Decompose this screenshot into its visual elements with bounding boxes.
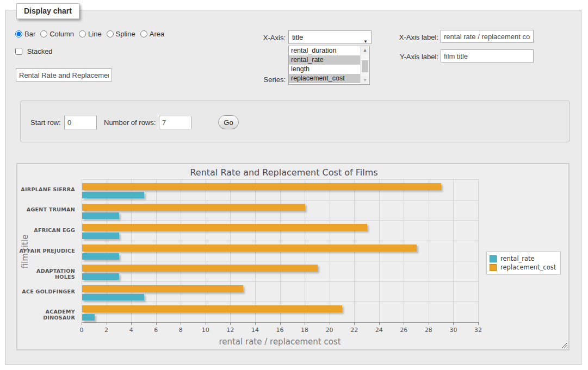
chart-bar-replacement_cost — [82, 285, 243, 292]
grid-line-horizontal — [82, 302, 478, 302]
x-tick-label: 22 — [346, 327, 362, 334]
x-axis-label-caption: X-Axis label: — [381, 33, 438, 41]
grid-line-vertical — [429, 179, 429, 322]
legend-label: rental_rate — [500, 255, 535, 262]
chart-type-label: Column — [49, 30, 74, 38]
chart-type-radio-column[interactable] — [40, 30, 47, 37]
scrollbar-thumb[interactable] — [362, 60, 368, 72]
grid-line-horizontal — [82, 220, 478, 221]
start-row-label: Start row: — [30, 118, 61, 127]
legend-label: replacement_cost — [500, 264, 556, 271]
page: Display chart BarColumnLineSplineArea St… — [0, 0, 588, 370]
x-tick-label: 20 — [321, 327, 338, 334]
number-of-rows-input[interactable] — [159, 116, 191, 129]
chart-type-bar[interactable]: Bar — [15, 30, 35, 38]
y-axis-label-input[interactable] — [441, 49, 534, 62]
x-tick-label: 16 — [272, 327, 288, 334]
chart-bar-rental_rate — [82, 233, 119, 239]
go-button[interactable]: Go — [218, 115, 239, 129]
x-tick-label: 10 — [197, 327, 214, 334]
y-axis-title: film title — [20, 214, 30, 290]
series-select-label: Series: — [234, 76, 286, 84]
x-axis-label-input[interactable] — [441, 30, 534, 43]
series-scrollbar[interactable]: ▲ ▼ — [360, 46, 369, 84]
scroll-up-icon[interactable]: ▲ — [361, 46, 369, 54]
grid-line-vertical — [478, 179, 479, 322]
start-row-input[interactable] — [64, 116, 97, 129]
chart-type-label: Line — [88, 30, 102, 38]
x-tick-label: 12 — [222, 327, 238, 334]
category-label: AIRPLANE SIERRA — [17, 186, 78, 192]
chart-bar-replacement_cost — [82, 244, 417, 252]
chart-type-radio-group: BarColumnLineSplineArea — [15, 30, 169, 38]
chart-bar-rental_rate — [82, 314, 95, 321]
series-option-replacement_cost[interactable]: replacement_cost — [289, 74, 360, 83]
x-axis-select[interactable]: title ▼ — [288, 30, 372, 44]
stacked-label: Stacked — [27, 47, 53, 55]
chart-bar-rental_rate — [82, 273, 119, 280]
chart-type-line[interactable]: Line — [79, 30, 102, 38]
chart-type-area[interactable]: Area — [140, 30, 164, 38]
grid-line-horizontal — [82, 179, 478, 180]
grid-line-horizontal — [82, 281, 478, 282]
grid-line-horizontal — [82, 241, 478, 241]
resize-handle-icon[interactable] — [561, 342, 567, 348]
chart-type-radio-line[interactable] — [79, 30, 86, 37]
x-tick-label: 4 — [123, 327, 139, 334]
chart-title-input[interactable] — [16, 68, 112, 81]
grid-line-vertical — [453, 179, 454, 322]
row-range-panel: Start row: Number of rows: Go — [20, 101, 570, 142]
chart-type-label: Bar — [24, 30, 35, 38]
number-of-rows-label: Number of rows: — [104, 118, 156, 127]
chart-title: Rental Rate and Replacement Cost of Film… — [17, 167, 550, 178]
x-axis-line — [82, 322, 478, 323]
chart-type-label: Spline — [116, 30, 135, 38]
category-label: AGENT TRUMAN — [17, 206, 78, 212]
x-tick-label: 26 — [395, 327, 412, 334]
x-tick-label: 0 — [73, 327, 90, 334]
chart-bar-rental_rate — [82, 212, 119, 219]
legend-swatch-icon — [490, 264, 497, 271]
x-tick-label: 28 — [420, 327, 437, 334]
x-tick-label: 30 — [445, 327, 461, 334]
stacked-checkbox[interactable] — [15, 48, 22, 55]
chart-bar-rental_rate — [82, 192, 144, 198]
x-tick-label: 14 — [247, 327, 263, 334]
y-axis-label-caption: Y-Axis label: — [381, 53, 438, 61]
x-axis-tick — [478, 322, 479, 325]
grid-line-horizontal — [82, 261, 478, 261]
stacked-checkbox-label[interactable]: Stacked — [15, 47, 53, 55]
series-multiselect[interactable]: rental_durationrental_ratelengthreplacem… — [288, 46, 370, 85]
x-axis-title: rental rate / replacement cost — [82, 337, 478, 347]
legend-item-replacement_cost: replacement_cost — [490, 264, 556, 271]
chart-type-column[interactable]: Column — [40, 30, 74, 38]
chart-bar-replacement_cost — [82, 204, 305, 211]
chart-bar-rental_rate — [82, 294, 144, 300]
chart-canvas[interactable]: Rental Rate and Replacement Cost of Film… — [16, 163, 570, 350]
x-tick-label: 8 — [172, 327, 189, 334]
chart-legend: rental_ratereplacement_cost — [486, 251, 561, 275]
scroll-down-icon[interactable]: ▼ — [361, 76, 369, 84]
x-tick-label: 24 — [371, 327, 387, 334]
series-option-rental_rate[interactable]: rental_rate — [289, 55, 360, 65]
chart-type-radio-bar[interactable] — [15, 30, 22, 37]
chart-type-radio-spline[interactable] — [107, 30, 114, 37]
x-tick-label: 32 — [470, 327, 486, 334]
grid-line-horizontal — [82, 200, 478, 200]
legend-item-rental_rate: rental_rate — [490, 255, 556, 262]
x-axis-select-label: X-Axis: — [234, 34, 286, 42]
chart-bar-rental_rate — [82, 253, 119, 260]
chart-bar-replacement_cost — [82, 224, 367, 231]
x-tick-label: 2 — [98, 327, 115, 334]
chart-type-label: Area — [150, 30, 164, 38]
x-tick-label: 18 — [296, 327, 313, 334]
x-tick-label: 6 — [148, 327, 164, 334]
chart-type-spline[interactable]: Spline — [107, 30, 135, 38]
fieldset-legend: Display chart — [16, 3, 79, 19]
chart-type-radio-area[interactable] — [140, 30, 147, 37]
chart-bar-replacement_cost — [82, 183, 441, 190]
chart-bar-replacement_cost — [82, 305, 342, 312]
series-option-length[interactable]: length — [289, 65, 360, 74]
x-axis-selected-value: title — [292, 33, 303, 41]
series-option-rental_duration[interactable]: rental_duration — [289, 46, 360, 55]
